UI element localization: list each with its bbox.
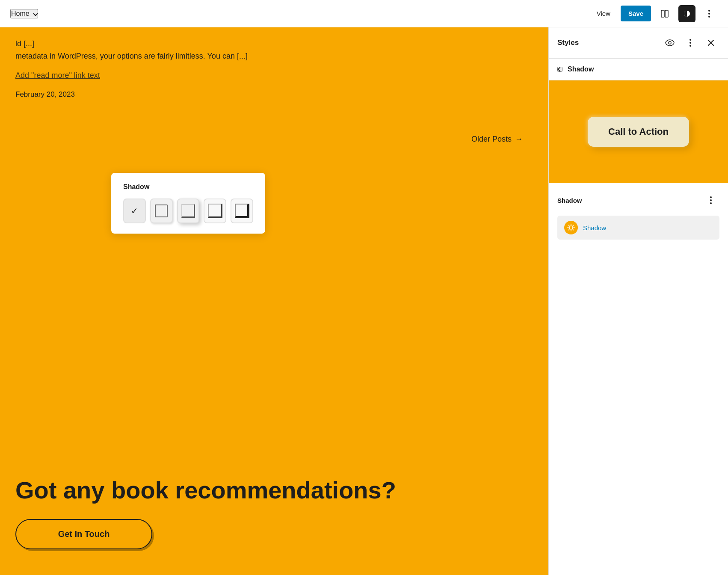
- sidebar-section-title: Shadow: [557, 197, 582, 204]
- canvas-area: ld [...] metadata in WordPress, your opt…: [0, 27, 548, 575]
- canvas-content: ld [...] metadata in WordPress, your opt…: [0, 27, 548, 135]
- sidebar-title: Styles: [557, 39, 579, 47]
- older-posts-link[interactable]: Older Posts →: [471, 135, 523, 144]
- main-layout: ld [...] metadata in WordPress, your opt…: [0, 0, 728, 575]
- svg-point-6: [569, 226, 573, 229]
- sidebar-dots-icon: [690, 39, 691, 47]
- shadow-nav-label: Shadow: [568, 65, 594, 73]
- recommendations-title: Got any book recommendations?: [15, 477, 533, 504]
- home-label: Home: [11, 10, 30, 18]
- partial-text-1: ld [...] metadata in WordPress, your opt…: [15, 38, 533, 62]
- vertical-dots-icon: [708, 10, 710, 18]
- svg-line-11: [568, 225, 569, 225]
- shadow-sun-icon: [564, 221, 578, 234]
- sidebar-header: Styles: [549, 27, 728, 59]
- checkmark-icon: ✓: [131, 206, 138, 216]
- preview-cta-button[interactable]: Call to Action: [588, 117, 689, 147]
- shadow-option-medium[interactable]: [177, 199, 200, 223]
- svg-rect-1: [665, 10, 668, 17]
- topbar-left: Home: [10, 9, 38, 18]
- sidebar-section-header: Shadow: [557, 192, 719, 209]
- shadow-nav: Shadow: [549, 59, 728, 80]
- more-options-button[interactable]: [701, 5, 718, 22]
- shadow-item[interactable]: Shadow: [557, 216, 719, 240]
- svg-point-3: [669, 41, 671, 44]
- older-posts-label: Older Posts: [471, 135, 512, 144]
- shadow-preview-large-2: [235, 204, 249, 218]
- shadow-options: ✓: [123, 199, 253, 223]
- close-button[interactable]: [702, 34, 719, 51]
- layout-toggle-button[interactable]: [656, 5, 673, 22]
- view-button[interactable]: View: [592, 6, 616, 21]
- svg-line-13: [573, 225, 573, 225]
- section-dots-icon: [710, 196, 712, 204]
- shadow-item-label: Shadow: [583, 224, 606, 231]
- shadow-preview-medium: [181, 204, 195, 218]
- chevron-left-icon: [557, 67, 562, 71]
- shadow-preview-large-1: [208, 204, 222, 218]
- sidebar-header-icons: [661, 34, 719, 51]
- topbar: Home View Save: [0, 0, 728, 27]
- svg-line-12: [573, 229, 573, 230]
- topbar-right: View Save: [592, 5, 718, 22]
- sidebar: Styles: [548, 27, 728, 575]
- shadow-option-large-1[interactable]: [204, 199, 226, 223]
- svg-line-14: [568, 229, 569, 230]
- sidebar-more-button[interactable]: [682, 34, 699, 51]
- older-posts-row: Older Posts →: [0, 135, 548, 144]
- shadow-preview-small: [155, 205, 168, 217]
- recommendations-section: Got any book recommendations? Get In Tou…: [0, 460, 548, 575]
- eye-button[interactable]: [661, 34, 678, 51]
- arrow-right-icon: →: [515, 135, 523, 144]
- shadow-option-none[interactable]: ✓: [123, 199, 146, 223]
- shadow-popup: Shadow ✓: [111, 173, 265, 234]
- shadow-option-large-2[interactable]: [231, 199, 253, 223]
- get-in-touch-button[interactable]: Get In Touch: [15, 519, 152, 549]
- dark-mode-button[interactable]: [678, 5, 695, 22]
- chevron-down-icon: [33, 11, 38, 16]
- sidebar-shadow-section: Shadow: [549, 183, 728, 248]
- preview-box: Call to Action: [549, 80, 728, 183]
- post-date: February 20, 2023: [15, 90, 533, 99]
- shadow-popup-title: Shadow: [123, 183, 253, 191]
- shadow-option-small[interactable]: [150, 199, 173, 223]
- back-button[interactable]: [557, 67, 562, 72]
- section-more-button[interactable]: [702, 192, 719, 209]
- home-button[interactable]: Home: [10, 9, 38, 18]
- svg-rect-0: [661, 10, 664, 17]
- read-more-link[interactable]: Add "read more" link text: [15, 71, 100, 80]
- save-button[interactable]: Save: [621, 6, 651, 21]
